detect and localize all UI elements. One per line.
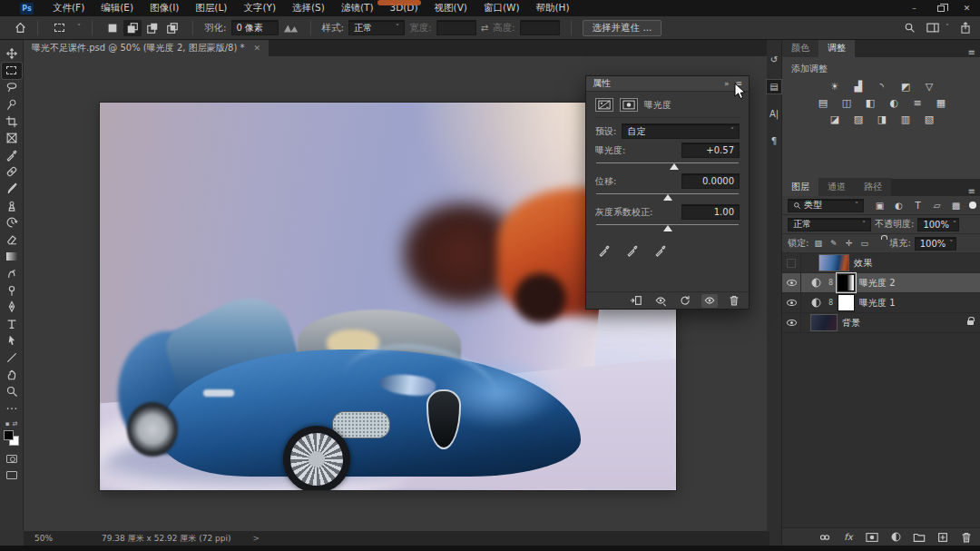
new-layer-icon[interactable] — [935, 530, 951, 544]
clone-stamp-tool[interactable] — [2, 197, 22, 214]
layer-mask-icon[interactable] — [620, 98, 638, 112]
layer-visibility-eye-icon[interactable] — [782, 273, 801, 292]
slider-3-track[interactable] — [596, 221, 739, 232]
feather-input[interactable]: 0 像素 — [231, 20, 279, 35]
crop-tool[interactable] — [2, 113, 22, 130]
move-tool[interactable] — [2, 45, 22, 63]
layer-visibility-eye-icon[interactable] — [782, 313, 801, 332]
screen-mode-button[interactable] — [2, 467, 22, 485]
layer-row-效果[interactable]: 效果 — [782, 253, 980, 273]
path-selection-tool[interactable] — [2, 332, 22, 349]
black-white-adjustment-icon[interactable]: ◧ — [861, 96, 880, 110]
levels-adjustment-icon[interactable]: ▟ — [849, 80, 868, 93]
slider-2-track[interactable] — [596, 190, 739, 202]
document-tab[interactable]: 曝光不足课件.psd @ 50% (曝光度 2, 图层蒙版/8) * ✕ — [24, 40, 269, 56]
layer-row-曝光度 2[interactable]: 8曝光度 2 — [782, 273, 980, 293]
menu-item-1[interactable]: 文件(F) — [44, 0, 93, 16]
tab-close-icon[interactable]: ✕ — [253, 44, 260, 53]
swap-dimensions-icon[interactable]: ⇄ — [481, 23, 488, 33]
foreground-color-swatch[interactable] — [4, 430, 14, 440]
delete-icon[interactable] — [726, 294, 742, 308]
adjustment-layers-filter-icon[interactable]: ◐ — [892, 201, 906, 211]
menu-item-4[interactable]: 图层(L) — [187, 0, 235, 16]
vibrance-adjustment-icon[interactable]: ▽ — [920, 80, 939, 93]
style-select[interactable]: 正常˅ — [348, 20, 405, 35]
slider-2-thumb[interactable] — [663, 194, 672, 201]
layers-panel-menu-icon[interactable]: ≡ — [968, 186, 975, 196]
adjustments-tab-调整[interactable]: 调整 — [818, 39, 855, 57]
new-adjustment-layer-icon[interactable] — [887, 530, 904, 544]
lock-position-icon[interactable]: ✛ — [843, 239, 855, 248]
layer-mask-thumbnail[interactable] — [838, 294, 855, 311]
eyedropper-tool[interactable] — [2, 147, 22, 164]
adjustments-panel-menu-icon[interactable]: ≡ — [968, 47, 975, 57]
brush-tool[interactable] — [2, 181, 22, 198]
swap-colors-icon[interactable]: ⇄ — [12, 420, 17, 428]
smart-object-filter-icon[interactable]: ▩ — [949, 201, 963, 211]
reset-icon[interactable] — [677, 294, 693, 308]
pixel-layers-filter-icon[interactable]: ▣ — [873, 201, 887, 211]
new-group-icon[interactable] — [911, 530, 927, 544]
layer-thumbnail[interactable] — [810, 314, 838, 331]
layer-thumbnail[interactable] — [818, 254, 849, 271]
visibility-icon[interactable] — [701, 294, 718, 308]
menu-item-10[interactable]: 窗口(W) — [475, 0, 528, 16]
photo-filter-adjustment-icon[interactable]: ◐ — [885, 96, 904, 110]
zoom-tool[interactable] — [2, 383, 22, 400]
paragraph-panel-icon[interactable]: ¶ — [767, 134, 781, 148]
zoom-level[interactable]: 50% — [34, 534, 76, 543]
lock-all-icon[interactable] — [874, 239, 886, 248]
fill-input[interactable]: 100%˅ — [915, 237, 956, 251]
slider-3-value[interactable]: 1.00 — [681, 204, 740, 220]
color-balance-adjustment-icon[interactable]: ◫ — [838, 96, 857, 110]
curves-adjustment-icon[interactable]: ◝ — [873, 80, 892, 93]
menu-item-3[interactable]: 图像(I) — [142, 0, 187, 16]
lock-image-pixels-icon[interactable]: ✎ — [828, 239, 839, 248]
layer-row-曝光度 1[interactable]: 8曝光度 1 — [782, 293, 980, 313]
menu-item-2[interactable]: 编辑(E) — [93, 0, 142, 16]
restore-button[interactable] — [927, 0, 954, 16]
pen-tool[interactable] — [2, 299, 22, 316]
add-layer-mask-icon[interactable] — [864, 530, 880, 544]
gradient-map-adjustment-icon[interactable]: ▥ — [897, 113, 916, 126]
height-input[interactable] — [520, 20, 560, 35]
intersect-with-selection-button[interactable] — [163, 20, 181, 36]
default-colors-icon[interactable]: ▪ — [5, 420, 10, 428]
view-previous-state-icon[interactable] — [652, 294, 669, 308]
edit-toolbar[interactable] — [2, 399, 22, 417]
opacity-input[interactable]: 100%˅ — [917, 218, 959, 231]
exposure-adjustment-icon[interactable]: ◩ — [897, 80, 916, 93]
tool-preset-chevron[interactable]: ˅ — [77, 24, 81, 32]
smudge-tool[interactable] — [2, 265, 22, 282]
history-brush-tool[interactable] — [2, 214, 22, 231]
rectangular-marquee-tool[interactable] — [2, 63, 22, 80]
gradient-tool[interactable] — [2, 248, 22, 265]
clip-to-layer-icon[interactable] — [628, 294, 644, 308]
adjustments-tab-颜色[interactable]: 颜色 — [782, 39, 818, 57]
link-layers-icon[interactable] — [817, 530, 833, 544]
quick-mask-button[interactable] — [2, 450, 22, 467]
menu-item-9[interactable]: 视图(V) — [426, 0, 475, 16]
adjustment-layer-icon[interactable] — [808, 296, 824, 310]
add-to-selection-button[interactable] — [123, 20, 142, 36]
history-panel-icon[interactable]: ↺ — [767, 53, 781, 66]
search-icon[interactable] — [904, 22, 916, 34]
layer-style-icon[interactable]: fx — [840, 530, 857, 544]
quick-selection-tool[interactable] — [2, 96, 22, 113]
channel-mixer-adjustment-icon[interactable]: ≡ — [908, 96, 927, 110]
slider-1-track[interactable] — [596, 159, 739, 171]
lock-transparent-pixels-icon[interactable]: ▨ — [812, 239, 824, 248]
minimize-button[interactable]: – — [901, 0, 927, 16]
share-icon[interactable] — [960, 22, 971, 34]
threshold-adjustment-icon[interactable]: ◨ — [873, 113, 892, 126]
posterize-adjustment-icon[interactable]: ▨ — [849, 113, 868, 126]
sample-gray-point-eyedropper[interactable] — [624, 243, 641, 257]
workspace-switcher-icon[interactable]: ˅ — [926, 23, 949, 33]
layer-visibility-eye-icon[interactable] — [782, 293, 801, 312]
width-input[interactable] — [436, 20, 476, 35]
adjustment-layer-icon[interactable] — [808, 276, 824, 290]
blend-mode-select[interactable]: 正常˅ — [788, 218, 871, 231]
hand-tool[interactable] — [2, 366, 22, 383]
sample-black-point-eyedropper[interactable] — [596, 243, 612, 257]
slider-2-value[interactable]: 0.0000 — [681, 173, 740, 189]
